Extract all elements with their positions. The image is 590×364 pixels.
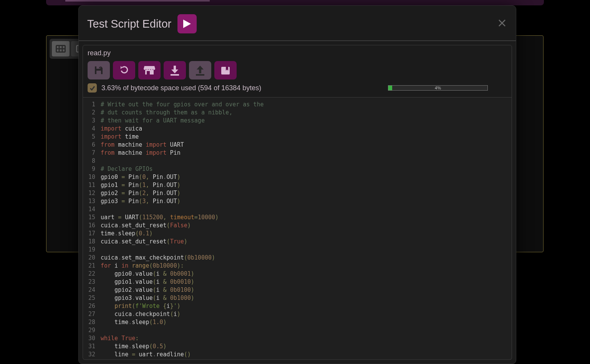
svg-rect-14 xyxy=(199,69,201,73)
code-line[interactable]: import time xyxy=(101,133,512,141)
code-wrap: 1234567891011121314151617181920212223242… xyxy=(83,98,512,359)
code-line[interactable]: gpio2.value(i & 0b0100) xyxy=(101,286,512,294)
code-line[interactable]: line = uart.readline() xyxy=(101,351,512,359)
upload-button[interactable] xyxy=(189,61,211,79)
upload-icon xyxy=(195,65,205,76)
line-number: 3 xyxy=(87,117,95,125)
progress-fill xyxy=(388,86,392,90)
line-number: 29 xyxy=(87,326,95,334)
bookmark-icon xyxy=(220,65,230,75)
svg-rect-13 xyxy=(171,74,179,76)
status-row: 3.63% of bytecode space used (594 of 163… xyxy=(83,83,512,97)
line-number: 24 xyxy=(87,286,95,294)
reload-icon xyxy=(119,65,129,76)
line-number: 22 xyxy=(87,270,95,278)
code-line[interactable]: print(f'Wrote {i}') xyxy=(101,302,512,310)
code-line[interactable]: cuica.set_max_checkpoint(0b10000) xyxy=(101,254,512,262)
line-number: 14 xyxy=(87,205,95,213)
line-number: 1 xyxy=(87,101,95,109)
close-icon xyxy=(498,19,506,27)
code-line[interactable]: cuica.set_dut_reset(False) xyxy=(101,222,512,230)
download-icon xyxy=(170,65,180,76)
test-script-editor-modal: Test Script Editor read.py xyxy=(78,5,516,364)
line-number: 8 xyxy=(87,157,95,165)
run-script-button[interactable] xyxy=(177,14,197,33)
top-bar xyxy=(46,0,544,5)
line-number: 2 xyxy=(87,109,95,117)
code-content[interactable]: # Write out the four gpios over and over… xyxy=(101,101,512,359)
line-number: 19 xyxy=(87,246,95,254)
line-number: 31 xyxy=(87,342,95,351)
line-number: 4 xyxy=(87,125,95,133)
code-line[interactable]: time.sleep(0.5) xyxy=(101,342,512,351)
code-line[interactable]: uart = UART(115200, timeout=10000) xyxy=(101,213,512,222)
code-line[interactable]: # dut counts through them as a nibble, xyxy=(101,109,512,117)
line-number: 21 xyxy=(87,262,95,270)
code-line[interactable] xyxy=(101,326,512,334)
line-number: 32 xyxy=(87,351,95,359)
modal-header: Test Script Editor xyxy=(79,6,516,41)
line-number: 10 xyxy=(87,173,95,181)
svg-rect-8 xyxy=(96,71,101,74)
code-line[interactable]: gpio0 = Pin(0, Pin.OUT) xyxy=(101,173,512,181)
line-number: 18 xyxy=(87,238,95,246)
code-line[interactable]: # Write out the four gpios over and over… xyxy=(101,101,512,109)
download-button[interactable] xyxy=(164,61,186,79)
store-button[interactable] xyxy=(138,61,161,79)
svg-rect-16 xyxy=(221,67,230,74)
code-line[interactable]: # then wait for a UART message xyxy=(101,117,512,125)
code-line[interactable]: gpio3 = Pin(3, Pin.OUT) xyxy=(101,197,512,205)
line-number: 7 xyxy=(87,149,95,157)
code-editor[interactable]: 1234567891011121314151617181920212223242… xyxy=(83,98,512,360)
line-number: 26 xyxy=(87,302,95,310)
line-number: 28 xyxy=(87,318,95,326)
code-line[interactable]: time.sleep(1.0) xyxy=(101,318,512,326)
save-button[interactable] xyxy=(88,61,110,79)
grid-view-button[interactable] xyxy=(52,41,70,56)
file-name-label: read.py xyxy=(83,45,512,61)
close-modal-button[interactable] xyxy=(497,18,507,28)
code-line[interactable]: cuica.checkpoint(i) xyxy=(101,310,512,318)
code-line[interactable]: gpio0.value(i & 0b0001) xyxy=(101,270,512,278)
line-number: 23 xyxy=(87,278,95,286)
code-line[interactable]: while True: xyxy=(101,334,512,342)
status-check xyxy=(88,83,97,93)
code-line[interactable]: cuica.set_dut_reset(True) xyxy=(101,238,512,246)
code-line[interactable]: gpio1 = Pin(1, Pin.OUT) xyxy=(101,181,512,189)
code-line[interactable]: gpio3.value(i & 0b1000) xyxy=(101,294,512,302)
line-number: 15 xyxy=(87,213,95,222)
line-number: 9 xyxy=(87,165,95,173)
code-line[interactable]: print(f'UART read got {line}') xyxy=(101,359,512,360)
code-line[interactable]: time.sleep(0.1) xyxy=(101,230,512,238)
line-number: 33 xyxy=(87,359,95,360)
line-number: 27 xyxy=(87,310,95,318)
save-icon xyxy=(93,65,104,76)
code-line[interactable]: for i in range(0b10000): xyxy=(101,262,512,270)
code-line[interactable]: import cuica xyxy=(101,125,512,133)
svg-rect-11 xyxy=(147,71,150,74)
line-number: 13 xyxy=(87,197,95,205)
svg-rect-15 xyxy=(196,74,204,76)
bytecode-status-text: 3.63% of bytecode space used (594 of 163… xyxy=(101,84,261,92)
line-number: 16 xyxy=(87,222,95,230)
top-bar-accent xyxy=(65,0,210,2)
code-line[interactable]: # Declare GPIOs xyxy=(101,165,512,173)
library-button[interactable] xyxy=(214,61,237,79)
code-line[interactable] xyxy=(101,205,512,213)
code-line[interactable] xyxy=(101,246,512,254)
line-number: 17 xyxy=(87,230,95,238)
code-line[interactable] xyxy=(101,157,512,165)
line-number: 12 xyxy=(87,189,95,197)
line-number: 11 xyxy=(87,181,95,189)
reload-button[interactable] xyxy=(113,61,135,79)
store-icon xyxy=(144,65,155,75)
line-number-gutter: 1234567891011121314151617181920212223242… xyxy=(83,101,101,359)
progress-label: 4% xyxy=(435,86,441,90)
code-line[interactable]: gpio1.value(i & 0b0010) xyxy=(101,278,512,286)
code-line[interactable]: gpio2 = Pin(2, Pin.OUT) xyxy=(101,189,512,197)
line-number: 25 xyxy=(87,294,95,302)
line-number: 6 xyxy=(87,141,95,149)
modal-title: Test Script Editor xyxy=(87,18,171,30)
code-line[interactable]: from machine import Pin xyxy=(101,149,512,157)
code-line[interactable]: from machine import UART xyxy=(101,141,512,149)
